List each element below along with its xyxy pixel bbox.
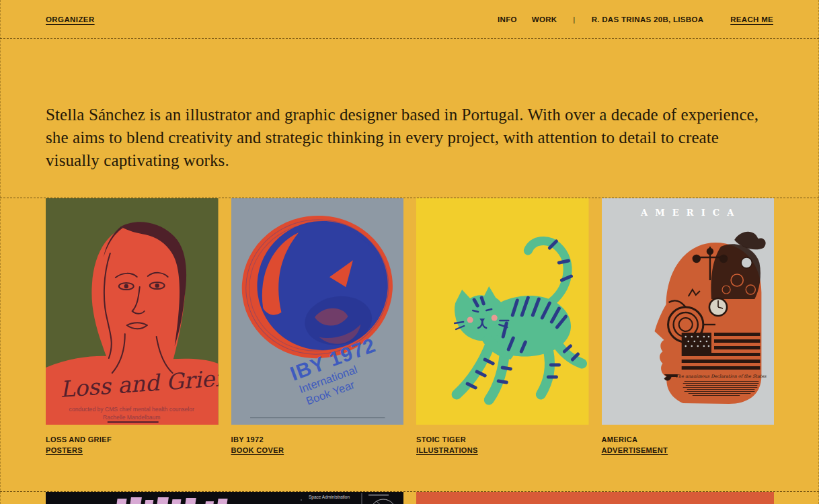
gallery-second-row-grid: Space Administration (46, 492, 774, 504)
project-thumbnail-stoic-tiger[interactable] (416, 198, 589, 425)
project-card-loss-and-grief[interactable]: Loss and Grief conducted by CMS chief me… (46, 198, 219, 455)
project-card-america[interactable]: AMERICA (602, 198, 775, 455)
poster-agency-text: Space Administration (309, 495, 350, 500)
intro-paragraph: Stella Sánchez is an illustrator and gra… (46, 103, 773, 172)
project-category-link[interactable]: POSTERS (46, 446, 83, 455)
project-title: STOIC TIGER (416, 435, 589, 444)
nav-item-info[interactable]: INFO (498, 15, 517, 24)
nav-separator: | (573, 15, 575, 24)
poster-subtext-line1: conducted by CMS chief mental health cou… (69, 406, 194, 413)
stoic-tiger-poster-art (416, 198, 589, 425)
top-bar: ORGANIZER INFO WORK | R. DAS TRINAS 20B,… (0, 0, 819, 39)
project-caption: IBY 1972 BOOK COVER (231, 435, 404, 455)
project-thumbnail-orange-poster-partial[interactable] (416, 492, 774, 504)
nav-address-text: R. DAS TRINAS 20B, LISBOA (592, 15, 704, 24)
space-poster-art: Space Administration (46, 492, 403, 504)
gallery-second-row: Space Administration (0, 491, 819, 504)
intro-section: Stella Sánchez is an illustrator and gra… (0, 39, 819, 172)
project-thumbnail-america[interactable]: AMERICA (602, 198, 775, 425)
page-left-dashed-border (0, 0, 1, 504)
top-nav: INFO WORK | R. DAS TRINAS 20B, LISBOA RE… (498, 15, 773, 24)
project-thumbnail-loss-and-grief[interactable]: Loss and Grief conducted by CMS chief me… (46, 198, 219, 425)
project-caption: STOIC TIGER ILLUSTRATIONS (416, 435, 589, 455)
orange-poster-art (416, 492, 774, 504)
project-title: IBY 1972 (231, 435, 404, 444)
project-card-stoic-tiger[interactable]: STOIC TIGER ILLUSTRATIONS (416, 198, 589, 455)
iby-1972-poster-art: IBY 1972 International Book Year (231, 198, 404, 425)
project-caption: LOSS AND GRIEF POSTERS (46, 435, 219, 455)
poster-subtext-line2: Rachelle Mandelbaum (103, 414, 160, 421)
nav-reach-me-link[interactable]: REACH ME (730, 15, 773, 24)
poster-title-text: AMERICA (640, 208, 741, 218)
project-caption: AMERICA ADVERTISEMENT (602, 435, 775, 455)
project-category-link[interactable]: ADVERTISEMENT (602, 446, 668, 455)
project-thumbnail-iby-1972[interactable]: IBY 1972 International Book Year (231, 198, 404, 425)
site-logo-link[interactable]: ORGANIZER (46, 15, 95, 24)
project-title: AMERICA (602, 435, 775, 444)
project-category-link[interactable]: ILLUSTRATIONS (416, 446, 478, 455)
america-poster-art: AMERICA (602, 198, 775, 425)
loss-and-grief-poster-art: Loss and Grief conducted by CMS chief me… (46, 198, 219, 425)
nav-item-work[interactable]: WORK (532, 15, 557, 24)
poster-document-headline: The unanimous Declaration of the States (675, 374, 767, 379)
project-category-link[interactable]: BOOK COVER (231, 446, 284, 455)
work-gallery: Loss and Grief conducted by CMS chief me… (0, 198, 819, 491)
project-thumbnail-space-poster-partial[interactable]: Space Administration (46, 492, 403, 504)
project-title: LOSS AND GRIEF (46, 435, 219, 444)
gallery-grid: Loss and Grief conducted by CMS chief me… (46, 198, 774, 455)
project-card-iby-1972[interactable]: IBY 1972 International Book Year IBY 197… (231, 198, 404, 455)
